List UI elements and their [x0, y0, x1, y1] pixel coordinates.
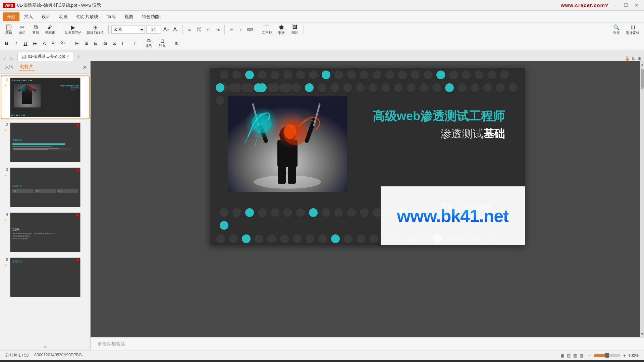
safe-mode-icon[interactable]: 🔒 [625, 56, 630, 61]
share-icon[interactable]: ⊡ [632, 56, 636, 61]
valign-bottom[interactable]: ⊣ [129, 39, 137, 47]
dot2-22 [216, 96, 224, 105]
ppt-file-icon: 📊 [21, 54, 26, 59]
indent-left-button[interactable]: ⇤ [204, 26, 212, 34]
nav-back-icon[interactable]: ◁ [3, 56, 6, 61]
font-size-increase[interactable]: A+ [162, 26, 170, 34]
font-color-button[interactable]: A [40, 39, 48, 47]
superscript-button[interactable]: X² [50, 39, 58, 47]
tab-close-button[interactable]: ✕ [66, 54, 69, 59]
dot-12 [385, 71, 394, 79]
dot2-15 [420, 83, 428, 92]
italic-button[interactable]: I [12, 39, 20, 47]
slide-item-1[interactable]: 1 ★ [1, 76, 89, 119]
cut-button[interactable]: ✂ 剪切 [16, 24, 28, 36]
vertical-scrollbar[interactable]: ▲ ▼ [640, 61, 644, 337]
canvas-area[interactable]: ▲ ▼ [91, 61, 644, 337]
new-slide-button[interactable]: ⊞ 新建幻灯片 [85, 24, 106, 36]
font-size-input[interactable] [146, 26, 161, 34]
menu-review[interactable]: 审阅 [103, 12, 120, 21]
find-icon: 🔍 [613, 24, 620, 31]
arrange-icon: ⧉ [147, 38, 151, 44]
image-button[interactable]: 🖼 图片 [289, 24, 301, 36]
image-icon: 🖼 [292, 24, 298, 30]
valign-middle[interactable]: ⊢ [120, 39, 128, 47]
font-size-decrease[interactable]: A- [172, 26, 180, 34]
menu-start[interactable]: 开始 [3, 12, 19, 21]
format-button[interactable]: 🖌 格式刷 [43, 24, 57, 36]
menu-slideshow[interactable]: 幻灯片放映 [72, 12, 102, 21]
shape-button[interactable]: ⬟ 形状 [275, 24, 287, 36]
align-left-button[interactable]: ⊫ [227, 26, 235, 34]
menu-design[interactable]: 设计 [38, 12, 54, 21]
font-name-select[interactable]: 幼圆 [111, 26, 145, 34]
align-left-text[interactable]: ⊨ [73, 39, 81, 47]
dot2-19 [483, 83, 492, 92]
align-right-text[interactable]: ⊟ [92, 39, 100, 47]
zoom-plus[interactable]: + [623, 353, 626, 358]
nav-forward-icon[interactable]: ▷ [10, 56, 13, 61]
justify-text[interactable]: ⊠ [101, 39, 109, 47]
valign-top[interactable]: ⊡ [110, 39, 118, 47]
notes-bar[interactable]: 单击添加备注 [91, 337, 644, 351]
menu-insert[interactable]: 插入 [20, 12, 37, 21]
underline-button[interactable]: U [21, 39, 30, 47]
menu-animation[interactable]: 动画 [55, 12, 72, 21]
view-reader-icon[interactable]: ▥ [573, 353, 577, 358]
dot-7 [309, 71, 318, 79]
slide-subtitle: 渗透测试基础 [440, 127, 505, 141]
view-sort-icon[interactable]: ▤ [567, 353, 571, 358]
view-fullscreen-icon[interactable]: ▦ [580, 353, 583, 358]
tab-outline[interactable]: 大纲 [3, 63, 15, 71]
paste-button[interactable]: 📋 粘贴 [3, 24, 15, 36]
view-normal-icon[interactable]: ▣ [560, 353, 564, 358]
zoom-slider[interactable] [594, 354, 621, 357]
bullet-list-button[interactable]: ≡ [185, 26, 194, 34]
find-button[interactable]: 🔍 查找 [610, 24, 623, 36]
numbered-list-button[interactable]: ⑴ [195, 26, 203, 34]
sep-2 [108, 25, 109, 34]
align-center-text[interactable]: ⊞ [82, 39, 90, 47]
slide-item-2[interactable]: 2 ★ ! 主要内容 [1, 121, 89, 164]
copy-button[interactable]: ⧉ 复制 [30, 24, 42, 36]
scroll-thumb[interactable] [641, 69, 644, 89]
menu-view[interactable]: 视图 [120, 12, 137, 21]
scroll-up-button[interactable]: ▲ [641, 61, 644, 67]
slide-item-5[interactable]: 5 ★ ! 渗透流程 [1, 256, 89, 299]
sep-7 [70, 38, 70, 48]
restore-icon[interactable]: ⊞ [638, 56, 641, 61]
outline-button[interactable]: ◻ 轮廓 [156, 37, 168, 49]
tab-slides[interactable]: 幻灯片 [19, 63, 35, 71]
panel-close-button[interactable]: ✕ [83, 64, 87, 71]
dot-teal-3 [436, 71, 445, 79]
close-button[interactable]: ✕ [632, 2, 641, 8]
expand-toolbar[interactable]: ⊵ [172, 39, 180, 47]
file-tab[interactable]: 📊 01-渗透基...·基础.ppt ✕ [17, 52, 73, 61]
select-panel-button[interactable]: ⊡ 选择窗格 [624, 24, 641, 36]
text-dir-button[interactable]: ⌨ [246, 26, 254, 34]
menu-special[interactable]: 特色功能 [138, 12, 163, 21]
slide-item-4[interactable]: 4 ★ ! 互联网 最新互联网对web渗透测试工程师更加重要,渗透测试,技术要求… [1, 211, 89, 254]
arrange-button[interactable]: ⧉ 排列 [143, 37, 155, 49]
format-icon: 🖌 [47, 24, 53, 30]
scroll-down-button[interactable]: ▼ [641, 331, 644, 337]
bold-button[interactable]: B [3, 39, 11, 47]
line-height-button[interactable]: ↕ [237, 26, 245, 34]
add-tab-button[interactable]: + [74, 54, 82, 61]
strikethrough-button[interactable]: S [31, 39, 39, 47]
maximize-button[interactable]: □ [622, 2, 630, 8]
zoom-minus[interactable]: − [589, 353, 591, 358]
ninja-svg [228, 96, 347, 192]
start-slideshow-button[interactable]: ▶ 从当前开始 [63, 24, 84, 36]
dot-14 [411, 71, 420, 79]
slide-item-3[interactable]: 3 ★ ! 知识科普 黑客 黑客 [1, 166, 89, 209]
minimize-button[interactable]: ─ [611, 2, 620, 8]
zoom-handle[interactable] [605, 353, 609, 358]
dot2-17 [458, 83, 467, 92]
indent-right-button[interactable]: ⇥ [214, 26, 222, 34]
tabbar-right: 🔒 ⊡ ⊞ [625, 56, 641, 61]
panel-tabs: 大纲 幻灯片 [3, 63, 35, 71]
textbox-button[interactable]: T 文本框 [260, 24, 274, 36]
slide-thumb-4: ! 互联网 最新互联网对web渗透测试工程师更加重要,渗透测试,技术要求很高,因… [10, 213, 80, 252]
subscript-button[interactable]: X₂ [59, 39, 67, 47]
